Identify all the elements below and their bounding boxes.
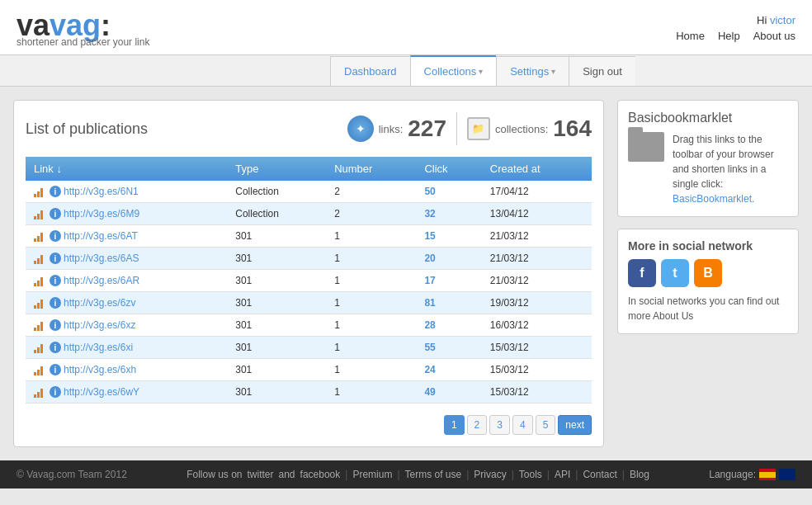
info-icon[interactable]: i bbox=[50, 275, 61, 286]
header: vavag: shortener and packer your link Hi… bbox=[0, 0, 812, 55]
cell-number: 1 bbox=[326, 337, 416, 359]
cell-number: 1 bbox=[326, 270, 416, 292]
social-widget: More in social network f t B In social n… bbox=[617, 229, 799, 334]
nav-dashboard[interactable]: Dashboard bbox=[330, 56, 410, 86]
facebook-link[interactable]: facebook bbox=[300, 469, 341, 480]
page-btn-5[interactable]: 5 bbox=[536, 415, 556, 435]
cell-type: 301 bbox=[227, 270, 326, 292]
twitter-icon[interactable]: t bbox=[661, 259, 689, 287]
cell-number: 1 bbox=[326, 359, 416, 381]
footer-copyright: © Vavag.com Team 2012 bbox=[17, 469, 127, 480]
nav-settings[interactable]: Settings ▾ bbox=[496, 56, 569, 86]
sep5: | bbox=[547, 469, 550, 480]
cell-link: i http://v3g.es/6wY bbox=[26, 381, 227, 404]
folder-icon bbox=[628, 132, 664, 162]
col-click[interactable]: Click bbox=[416, 157, 481, 181]
nav-signout[interactable]: Sign out bbox=[569, 56, 635, 86]
page-btn-4[interactable]: 4 bbox=[512, 415, 533, 435]
terms-link[interactable]: Terms of use bbox=[405, 469, 462, 480]
col-type[interactable]: Type bbox=[227, 157, 326, 181]
info-icon[interactable]: i bbox=[50, 364, 61, 375]
cell-click: 49 bbox=[416, 381, 481, 404]
link-url[interactable]: http://v3g.es/6wY bbox=[64, 386, 139, 398]
sep4: | bbox=[512, 469, 514, 480]
info-icon[interactable]: i bbox=[50, 319, 61, 331]
cell-number: 1 bbox=[326, 248, 416, 270]
link-url[interactable]: http://v3g.es/6zv bbox=[64, 297, 135, 309]
col-link[interactable]: Link ↓ bbox=[26, 157, 227, 181]
sep1: | bbox=[345, 469, 347, 480]
bar-chart-icon bbox=[34, 342, 47, 353]
cell-link: i http://v3g.es/6M9 bbox=[26, 203, 227, 225]
pagination: 1 2 3 4 5 next bbox=[26, 410, 592, 435]
blog-link[interactable]: Blog bbox=[630, 469, 649, 480]
link-url[interactable]: http://v3g.es/6AR bbox=[64, 275, 139, 286]
links-label: links: bbox=[379, 123, 404, 135]
bookmarklet-widget: Basicbookmarklet Drag this links to the … bbox=[617, 100, 799, 217]
collections-count: 164 bbox=[553, 116, 592, 142]
home-link[interactable]: Home bbox=[676, 30, 705, 42]
table-row: i http://v3g.es/6zv 30118119/03/12 bbox=[26, 292, 592, 314]
sep6: | bbox=[575, 469, 578, 480]
cell-number: 1 bbox=[326, 225, 416, 248]
bookmarklet-link[interactable]: BasicBookmarklet. bbox=[673, 193, 754, 205]
social-icons: f t B bbox=[628, 259, 788, 287]
premium-link[interactable]: Premium bbox=[352, 469, 392, 480]
link-url[interactable]: http://v3g.es/6AT bbox=[64, 230, 138, 242]
link-url[interactable]: http://v3g.es/6AS bbox=[64, 252, 139, 264]
link-url[interactable]: http://v3g.es/6xi bbox=[64, 342, 133, 353]
info-icon[interactable]: i bbox=[50, 208, 61, 219]
page-btn-1[interactable]: 1 bbox=[444, 415, 465, 435]
tools-link[interactable]: Tools bbox=[519, 469, 542, 480]
nav-collections[interactable]: Collections ▾ bbox=[410, 55, 497, 86]
cell-click: 50 bbox=[416, 181, 481, 203]
flag-es-icon[interactable] bbox=[759, 469, 776, 480]
link-url[interactable]: http://v3g.es/6M9 bbox=[64, 208, 139, 219]
privacy-link[interactable]: Privacy bbox=[474, 469, 506, 480]
bookmarklet-title: Basicbookmarklet bbox=[628, 111, 788, 125]
link-url[interactable]: http://v3g.es/6N1 bbox=[64, 186, 139, 197]
cell-type: Collection bbox=[227, 181, 326, 203]
info-icon[interactable]: i bbox=[50, 230, 61, 242]
links-icon: ✦ bbox=[347, 116, 374, 142]
help-link[interactable]: Help bbox=[718, 30, 740, 42]
bar-chart-icon bbox=[34, 364, 47, 375]
flag-en-icon[interactable] bbox=[779, 469, 795, 480]
table-row: i http://v3g.es/6N1 Collection25017/04/1… bbox=[26, 181, 592, 203]
page-btn-next[interactable]: next bbox=[558, 415, 592, 435]
collections-icon: 📁 bbox=[467, 117, 490, 140]
cell-link: i http://v3g.es/6xz bbox=[26, 314, 227, 337]
cell-link: i http://v3g.es/6xi bbox=[26, 337, 227, 359]
cell-click: 28 bbox=[416, 314, 481, 337]
stats-row: ✦ links: 227 📁 collections: 164 bbox=[347, 112, 592, 145]
nav-settings-label: Settings bbox=[510, 65, 549, 78]
cell-click: 24 bbox=[416, 359, 481, 381]
col-number[interactable]: Number bbox=[326, 157, 416, 181]
twitter-link[interactable]: twitter bbox=[248, 469, 274, 480]
cell-number: 1 bbox=[326, 381, 416, 404]
page-btn-2[interactable]: 2 bbox=[467, 415, 488, 435]
about-link[interactable]: About us bbox=[753, 30, 795, 42]
info-icon[interactable]: i bbox=[50, 386, 61, 398]
link-url[interactable]: http://v3g.es/6xz bbox=[64, 319, 135, 331]
stat-divider bbox=[456, 112, 457, 145]
page-title-row: List of publications ✦ links: 227 📁 coll… bbox=[26, 112, 592, 145]
main-content: List of publications ✦ links: 227 📁 coll… bbox=[0, 87, 812, 460]
cell-type: 301 bbox=[227, 292, 326, 314]
page-btn-3[interactable]: 3 bbox=[489, 415, 510, 435]
blogger-icon[interactable]: B bbox=[694, 259, 722, 287]
info-icon[interactable]: i bbox=[50, 252, 61, 264]
right-panel: Basicbookmarklet Drag this links to the … bbox=[617, 100, 799, 447]
facebook-icon[interactable]: f bbox=[628, 259, 656, 287]
info-icon[interactable]: i bbox=[50, 186, 61, 197]
bar-chart-icon bbox=[34, 208, 47, 219]
cell-link: i http://v3g.es/6AS bbox=[26, 248, 227, 270]
link-url[interactable]: http://v3g.es/6xh bbox=[64, 364, 136, 375]
cell-created: 17/04/12 bbox=[482, 181, 592, 203]
username-link[interactable]: victor bbox=[770, 14, 795, 26]
col-created[interactable]: Created at bbox=[482, 157, 592, 181]
info-icon[interactable]: i bbox=[50, 297, 61, 309]
contact-link[interactable]: Contact bbox=[583, 469, 616, 480]
info-icon[interactable]: i bbox=[50, 342, 61, 353]
api-link[interactable]: API bbox=[555, 469, 570, 480]
